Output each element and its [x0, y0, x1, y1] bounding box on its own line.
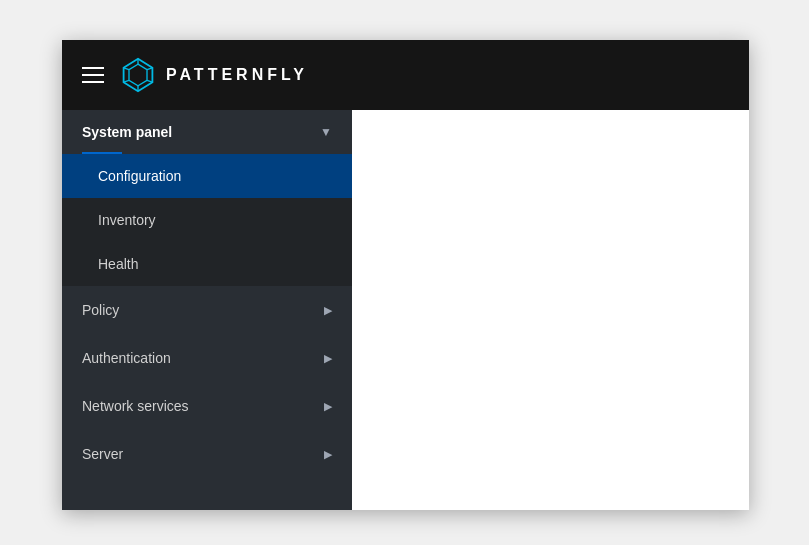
sidebar-item-label: Configuration: [98, 168, 181, 184]
sidebar-item-server[interactable]: Server ▶: [62, 430, 352, 478]
svg-marker-1: [129, 64, 147, 86]
logo-area: PATTERNFLY: [120, 57, 308, 93]
main-content: [352, 110, 749, 510]
sidebar-item-label: Health: [98, 256, 138, 272]
app-name: PATTERNFLY: [166, 66, 308, 84]
sidebar-item-label: Network services: [82, 398, 189, 414]
sidebar-item-label: Policy: [82, 302, 119, 318]
patternfly-logo-icon: [120, 57, 156, 93]
chevron-right-icon: ▶: [324, 352, 332, 365]
sidebar-item-network-services[interactable]: Network services ▶: [62, 382, 352, 430]
app-window: PATTERNFLY System panel ▼ Configuration …: [62, 40, 749, 510]
sidebar-item-authentication[interactable]: Authentication ▶: [62, 334, 352, 382]
chevron-right-icon: ▶: [324, 448, 332, 461]
sidebar-item-label: Inventory: [98, 212, 156, 228]
sidebar-item-policy[interactable]: Policy ▶: [62, 286, 352, 334]
chevron-right-icon: ▶: [324, 304, 332, 317]
chevron-down-icon: ▼: [320, 125, 332, 139]
hamburger-button[interactable]: [82, 67, 104, 83]
nav-group-label: System panel: [82, 124, 172, 140]
sidebar-item-configuration[interactable]: Configuration: [62, 154, 352, 198]
sidebar-item-inventory[interactable]: Inventory: [62, 198, 352, 242]
nav-group-title-system-panel[interactable]: System panel ▼: [62, 110, 352, 154]
nav-sub-items-system-panel: Configuration Inventory Health: [62, 154, 352, 286]
sidebar-item-label: Authentication: [82, 350, 171, 366]
nav-group-system-panel: System panel ▼ Configuration Inventory H…: [62, 110, 352, 286]
chevron-right-icon: ▶: [324, 400, 332, 413]
sidebar-item-label: Server: [82, 446, 123, 462]
sidebar-item-health[interactable]: Health: [62, 242, 352, 286]
top-navbar: PATTERNFLY: [62, 40, 749, 110]
sidebar: System panel ▼ Configuration Inventory H…: [62, 110, 352, 510]
